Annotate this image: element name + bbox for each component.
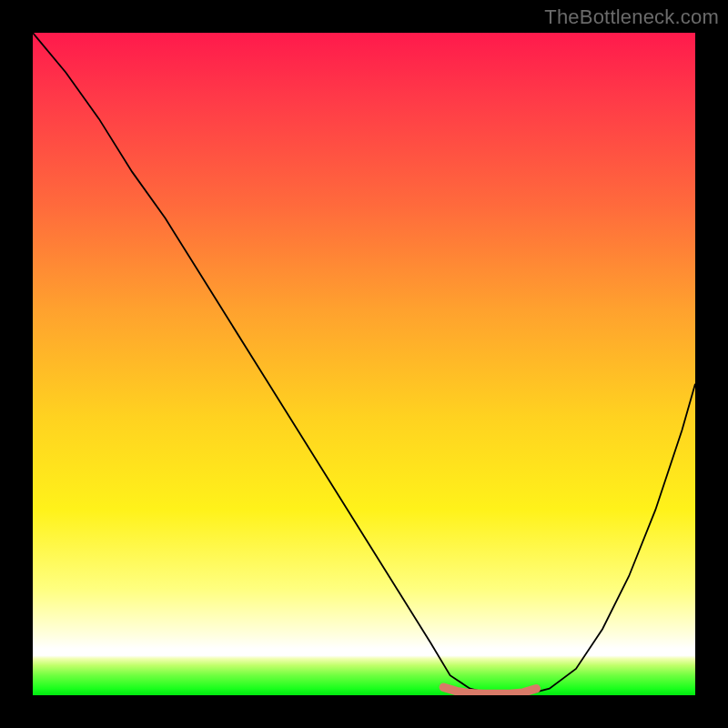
chart-svg [33,33,695,695]
chart-frame: TheBottleneck.com [0,0,728,728]
min-plateau-marker [443,687,536,693]
chart-plot-area [33,33,695,695]
watermark-text: TheBottleneck.com [544,5,719,29]
bottleneck-curve [33,33,695,695]
